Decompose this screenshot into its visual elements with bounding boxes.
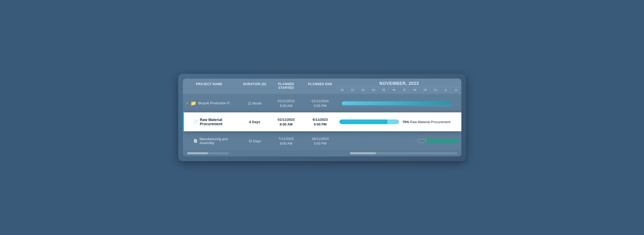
col-header-start: PLANNED STARTED (269, 79, 303, 94)
bicycle-chart (337, 101, 461, 105)
chart-header: NOVEMBER, 2023 01 02 03 04 05 06 07 08 0… (337, 79, 461, 94)
raw-start: 01/11/20238:00 AM (269, 114, 303, 129)
collapse-icon[interactable]: − (186, 101, 188, 106)
header-row: PROJECT NAME DURATION (D) PLANNED STARTE… (183, 79, 461, 94)
gantt-container: PROJECT NAME DURATION (D) PLANNED STARTE… (183, 79, 461, 156)
bicycle-bar (342, 101, 452, 105)
day-03: 03 (358, 88, 368, 91)
raw-project-cell: 📄 Raw Material Procurement (183, 115, 240, 129)
mfg-start: 7/11/20238:00 AM (269, 134, 303, 148)
bicycle-start: 01/11/20238:00 AM (269, 96, 303, 111)
day-10: 10 (430, 88, 441, 91)
day-05: 05 (379, 88, 389, 91)
col-header-project: PROJECT NAME (183, 79, 240, 94)
doc-icon-mfg: 📄 (193, 139, 198, 143)
day-08: 08 (410, 88, 420, 91)
col-header-end: PLANNED END (303, 79, 337, 94)
scrollbar-left-space (187, 152, 245, 154)
mfg-bar-dashed (417, 139, 426, 143)
raw-name: Raw Material Procurement (200, 118, 238, 126)
day-09: 09 (420, 88, 430, 91)
gantt-chart-wrapper: PROJECT NAME DURATION (D) PLANNED STARTE… (178, 74, 466, 161)
mfg-project-cell: 📄 Manufacturing and Assembly (183, 134, 240, 147)
scrollbar-left-thumb[interactable] (187, 152, 208, 154)
row-bicycle[interactable]: − 📁 Bicycle Production P... 12 Month 01/… (183, 94, 461, 112)
scrollbar-right-track[interactable] (350, 152, 457, 154)
col-header-duration: DURATION (D) (240, 79, 269, 94)
day-11: 11 (441, 88, 451, 91)
bicycle-name: Bicycle Production P... (198, 101, 232, 105)
mfg-name: Manufacturing and Assembly (200, 137, 238, 145)
bicycle-project-cell: − 📁 Bicycle Production P... (183, 98, 240, 109)
day-02: 02 (348, 88, 358, 91)
scrollbar-area (183, 150, 461, 156)
raw-duration: 6 Days (240, 117, 269, 127)
day-06: 06 (389, 88, 399, 91)
raw-end: 6/11/20235:00 PM (303, 114, 337, 129)
doc-icon-raw: 📄 (193, 120, 198, 124)
raw-bar-main (339, 119, 387, 124)
folder-icon: 📁 (191, 100, 196, 106)
mfg-bar-solid (426, 139, 459, 143)
days-row: 01 02 03 04 05 06 07 08 09 10 11 12 (337, 87, 461, 94)
raw-bar-wrapper: 75% Raw Material Procurement (339, 119, 459, 124)
mfg-spacer (339, 141, 376, 141)
row-manufacturing[interactable]: 📄 Manufacturing and Assembly 10 Days 7/1… (183, 131, 461, 150)
day-01: 01 (337, 88, 348, 91)
row-raw-material[interactable]: 📄 Raw Material Procurement 6 Days 01/11/… (183, 112, 461, 131)
bicycle-bar-wrapper (339, 101, 459, 105)
scrollbar-left-track[interactable] (187, 152, 229, 154)
mfg-bar-wrapper (339, 139, 459, 143)
month-label: NOVEMBER, 2023 (337, 79, 461, 87)
scrollbar-right-thumb[interactable] (350, 152, 376, 154)
raw-percent: 75% (402, 120, 409, 124)
day-07: 07 (399, 88, 410, 91)
highlight-border (183, 112, 184, 131)
raw-bar-secondary (387, 119, 399, 124)
mfg-end: 18/11/20235:00 PM (303, 134, 337, 148)
bicycle-duration: 12 Month (240, 98, 269, 108)
bicycle-end: 01/11/20245:00 PM (303, 96, 337, 111)
raw-bar-label: 75% Raw Material Procurement (402, 120, 450, 124)
day-04: 04 (368, 88, 379, 91)
day-12: 12 (451, 88, 461, 91)
raw-chart: 75% Raw Material Procurement (337, 119, 461, 124)
mfg-duration: 10 Days (240, 136, 269, 146)
mfg-chart (337, 139, 461, 143)
